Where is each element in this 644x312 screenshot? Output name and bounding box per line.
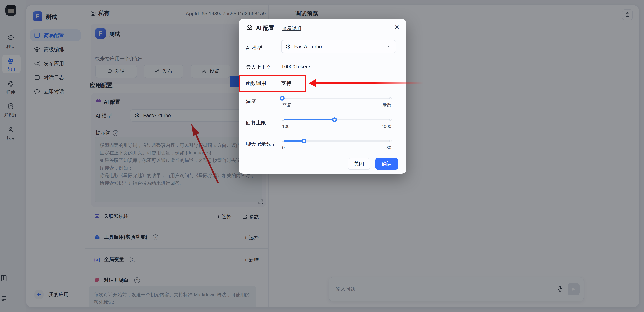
max-context-value: 16000Tokens	[281, 64, 311, 69]
slider-handle[interactable]	[332, 117, 337, 122]
robot-outline-icon	[246, 24, 253, 31]
ai-config-modal: AI 配置 查看说明 ✕ AI 模型 ✻ FastAI-turbo 最大上下文 …	[238, 19, 406, 174]
help-doc-link[interactable]: 查看说明	[282, 25, 301, 32]
reply-limit-label: 回复上限	[246, 119, 266, 126]
chevron-down-icon	[387, 44, 392, 49]
history-count-min-label: 0	[282, 145, 284, 150]
app-root: 聊天 应用 插件 知识库 账号	[0, 0, 644, 312]
temperature-min-label: 严谨	[282, 102, 291, 108]
modal-model-label: AI 模型	[246, 45, 262, 51]
modal-model-select[interactable]: ✻ FastAI-turbo	[281, 40, 396, 53]
reply-limit-max-label: 4000	[378, 124, 391, 129]
history-count-slider[interactable]	[282, 139, 391, 144]
openai-icon: ✻	[286, 44, 290, 49]
history-count-max-label: 30	[378, 145, 391, 150]
annotation-arrow-head	[309, 79, 316, 87]
annotation-arrow-line	[315, 82, 423, 84]
history-count-label: 聊天记录数量	[246, 141, 276, 147]
close-icon[interactable]: ✕	[394, 24, 400, 31]
slider-handle[interactable]	[280, 96, 284, 101]
modal-close-button[interactable]: 关闭	[348, 158, 370, 170]
modal-confirm-button[interactable]: 确认	[376, 158, 398, 170]
slider-handle[interactable]	[302, 139, 306, 143]
temperature-slider[interactable]	[282, 96, 391, 101]
modal-header: AI 配置 查看说明 ✕	[238, 19, 406, 36]
temperature-max-label: 发散	[378, 102, 391, 108]
reply-limit-slider[interactable]	[282, 117, 391, 122]
max-context-label: 最大上下文	[246, 64, 271, 71]
annotation-box-function-call	[239, 75, 306, 92]
temperature-label: 温度	[246, 98, 256, 105]
modal-title: AI 配置	[256, 24, 274, 32]
modal-model-value: FastAI-turbo	[294, 44, 322, 49]
reply-limit-min-label: 100	[282, 124, 289, 129]
